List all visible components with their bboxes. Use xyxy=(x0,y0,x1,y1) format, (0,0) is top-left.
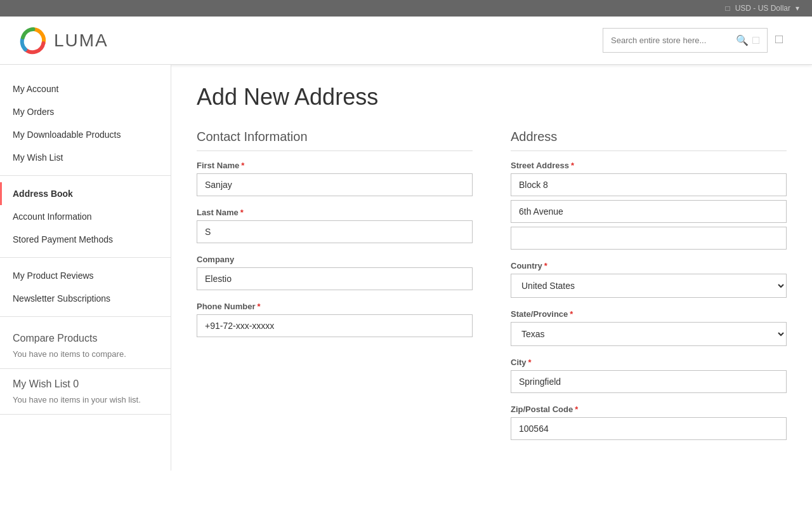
city-group: City* xyxy=(511,358,787,393)
compare-products-empty: You have no items to compare. xyxy=(13,349,158,359)
compare-products-title: Compare Products xyxy=(13,333,158,344)
phone-input[interactable] xyxy=(197,314,473,337)
sidebar-section-account: My Account My Orders My Downloadable Pro… xyxy=(0,77,171,176)
last-name-input[interactable] xyxy=(197,220,473,243)
sidebar-item-stored-payment-methods[interactable]: Stored Payment Methods xyxy=(0,228,171,251)
sidebar-item-my-product-reviews[interactable]: My Product Reviews xyxy=(0,264,171,287)
first-name-group: First Name* xyxy=(197,161,473,196)
first-name-label: First Name* xyxy=(197,161,473,170)
sidebar-item-my-downloadable-products[interactable]: My Downloadable Products xyxy=(0,123,171,146)
wish-list-title: My Wish List 0 xyxy=(13,378,158,390)
sidebar-section-reviews: My Product Reviews Newsletter Subscripti… xyxy=(0,264,171,317)
state-group: State/Province* Texas xyxy=(511,309,787,346)
phone-label: Phone Number* xyxy=(197,302,473,311)
city-label: City* xyxy=(511,358,787,367)
first-name-input[interactable] xyxy=(197,173,473,196)
state-label: State/Province* xyxy=(511,309,787,319)
currency-icon: □ xyxy=(725,4,730,13)
zip-input[interactable] xyxy=(511,417,787,440)
main-content: Add New Address Contact Information Firs… xyxy=(171,65,812,471)
company-group: Company xyxy=(197,255,473,290)
main-layout: My Account My Orders My Downloadable Pro… xyxy=(0,65,812,471)
header: LUMA 🔍 □ □ xyxy=(0,17,812,65)
phone-group: Phone Number* xyxy=(197,302,473,337)
contact-section-title: Contact Information xyxy=(197,130,473,151)
country-required: * xyxy=(544,261,547,271)
zip-label: Zip/Postal Code* xyxy=(511,404,787,414)
city-required: * xyxy=(528,358,532,367)
wish-list-widget: My Wish List 0 You have no items in your… xyxy=(0,369,171,415)
sidebar-item-my-account[interactable]: My Account xyxy=(0,77,171,100)
street-address-group: Street Address* xyxy=(511,161,787,250)
page-title: Add New Address xyxy=(197,84,787,110)
state-required: * xyxy=(570,309,573,319)
logo-text: LUMA xyxy=(54,30,108,51)
last-name-group: Last Name* xyxy=(197,208,473,243)
logo-icon xyxy=(19,26,48,55)
company-input[interactable] xyxy=(197,267,473,290)
sidebar-item-my-orders[interactable]: My Orders xyxy=(0,100,171,123)
search-container: 🔍 □ xyxy=(603,28,768,53)
currency-dropdown-icon: ▾ xyxy=(796,4,799,13)
address-section-title: Address xyxy=(511,130,787,151)
street-line3-input[interactable] xyxy=(511,227,787,250)
sidebar-item-address-book[interactable]: Address Book xyxy=(0,182,171,205)
sidebar: My Account My Orders My Downloadable Pro… xyxy=(0,65,171,471)
zip-required: * xyxy=(575,404,578,414)
logo[interactable]: LUMA xyxy=(19,26,108,55)
form-columns: Contact Information First Name* Last Nam… xyxy=(197,130,787,451)
search-icon[interactable]: 🔍 xyxy=(736,34,749,46)
sidebar-item-account-information[interactable]: Account Information xyxy=(0,205,171,228)
country-label: Country* xyxy=(511,261,787,271)
compare-products-widget: Compare Products You have no items to co… xyxy=(0,323,171,369)
first-name-required: * xyxy=(241,161,244,170)
phone-required: * xyxy=(257,302,260,311)
currency-label[interactable]: USD - US Dollar xyxy=(735,4,790,13)
top-bar: □ USD - US Dollar ▾ xyxy=(0,0,812,17)
search-input[interactable] xyxy=(611,36,736,45)
street-line2-input[interactable] xyxy=(511,200,787,223)
city-input[interactable] xyxy=(511,370,787,393)
zip-group: Zip/Postal Code* xyxy=(511,404,787,440)
street-line1-input[interactable] xyxy=(511,173,787,196)
cart-icon[interactable]: □ xyxy=(775,32,793,50)
search-mic-icon[interactable]: □ xyxy=(752,34,759,47)
wish-list-empty: You have no items in your wish list. xyxy=(13,395,158,404)
state-select[interactable]: Texas xyxy=(511,322,787,346)
street-required: * xyxy=(571,161,574,170)
last-name-label: Last Name* xyxy=(197,208,473,217)
country-group: Country* United States xyxy=(511,261,787,298)
sidebar-item-my-wish-list[interactable]: My Wish List xyxy=(0,146,171,169)
sidebar-item-newsletter-subscriptions[interactable]: Newsletter Subscriptions xyxy=(0,287,171,310)
street-label: Street Address* xyxy=(511,161,787,170)
address-section: Address Street Address* Country* xyxy=(511,130,787,451)
street-inputs xyxy=(511,173,787,250)
contact-information-section: Contact Information First Name* Last Nam… xyxy=(197,130,473,451)
last-name-required: * xyxy=(240,208,244,217)
sidebar-section-address: Address Book Account Information Stored … xyxy=(0,182,171,258)
country-select[interactable]: United States xyxy=(511,274,787,298)
company-label: Company xyxy=(197,255,473,264)
